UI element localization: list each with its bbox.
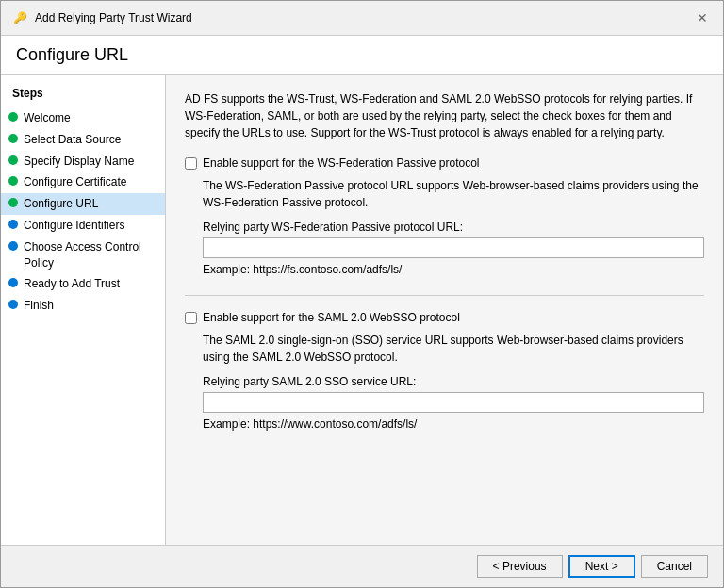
saml-checkbox-row: Enable support for the SAML 2.0 WebSSO p…	[185, 311, 704, 324]
status-dot-ready	[8, 278, 18, 287]
ws-federation-example: Example: https://fs.contoso.com/adfs/ls/	[203, 263, 704, 276]
saml-field-label: Relying party SAML 2.0 SSO service URL:	[203, 375, 704, 388]
saml-description: The SAML 2.0 single-sign-on (SSO) servic…	[203, 332, 704, 366]
sidebar-label-certificate: Configure Certificate	[24, 174, 126, 190]
page-title: Configure URL	[16, 45, 708, 65]
sidebar-item-ready-to-add[interactable]: Ready to Add Trust	[1, 273, 165, 295]
sidebar-heading: Steps	[1, 87, 165, 107]
saml-checkbox[interactable]	[185, 312, 197, 324]
sidebar-item-configure-identifiers[interactable]: Configure Identifiers	[1, 215, 165, 237]
sidebar-label-select-data: Select Data Source	[24, 132, 121, 148]
sidebar-label-display-name: Specify Display Name	[24, 154, 134, 170]
sidebar-item-configure-url[interactable]: Configure URL	[1, 193, 165, 215]
sidebar-item-welcome[interactable]: Welcome	[1, 107, 165, 129]
main-description: AD FS supports the WS-Trust, WS-Federati…	[185, 90, 704, 141]
sidebar-label-access-control: Choose Access Control Policy	[24, 239, 154, 271]
status-dot-finish	[8, 300, 18, 309]
wizard-icon: 🔑	[12, 10, 27, 25]
page-header: Configure URL	[1, 36, 723, 75]
ws-federation-checkbox-label[interactable]: Enable support for the WS-Federation Pas…	[203, 156, 479, 170]
sidebar-label-url: Configure URL	[24, 196, 98, 212]
next-button[interactable]: Next >	[568, 555, 635, 578]
title-bar-left: 🔑 Add Relying Party Trust Wizard	[12, 10, 192, 25]
ws-federation-url-input[interactable]	[203, 237, 704, 258]
sidebar: Steps Welcome Select Data Source Specify…	[1, 75, 166, 545]
footer: < Previous Next > Cancel	[1, 545, 723, 587]
title-bar: 🔑 Add Relying Party Trust Wizard ✕	[1, 1, 723, 36]
saml-section: Enable support for the SAML 2.0 WebSSO p…	[185, 311, 704, 431]
cancel-button[interactable]: Cancel	[641, 555, 708, 578]
saml-url-input[interactable]	[203, 392, 704, 413]
previous-button[interactable]: < Previous	[477, 555, 563, 578]
content-area: Steps Welcome Select Data Source Specify…	[1, 75, 723, 545]
sidebar-label-ready: Ready to Add Trust	[24, 276, 120, 292]
main-content: AD FS supports the WS-Trust, WS-Federati…	[166, 75, 723, 545]
sidebar-item-specify-display-name[interactable]: Specify Display Name	[1, 151, 165, 172]
status-dot-url	[8, 198, 18, 207]
status-dot-display-name	[8, 155, 18, 165]
sidebar-item-access-control[interactable]: Choose Access Control Policy	[1, 237, 165, 274]
status-dot-identifiers	[8, 220, 18, 229]
wizard-window: 🔑 Add Relying Party Trust Wizard ✕ Confi…	[0, 0, 724, 588]
saml-example: Example: https://www.contoso.com/adfs/ls…	[203, 417, 704, 431]
sidebar-label-identifiers: Configure Identifiers	[24, 218, 124, 234]
sidebar-item-finish[interactable]: Finish	[1, 295, 165, 317]
sidebar-label-finish: Finish	[24, 298, 54, 314]
window-title: Add Relying Party Trust Wizard	[35, 11, 192, 24]
ws-federation-description: The WS-Federation Passive protocol URL s…	[203, 177, 704, 211]
saml-checkbox-label[interactable]: Enable support for the SAML 2.0 WebSSO p…	[203, 311, 460, 324]
status-dot-access-control	[8, 241, 18, 251]
sidebar-item-select-data-source[interactable]: Select Data Source	[1, 129, 165, 151]
section-divider	[185, 295, 704, 296]
ws-federation-field-label: Relying party WS-Federation Passive prot…	[203, 220, 704, 234]
sidebar-label-welcome: Welcome	[24, 110, 71, 126]
sidebar-item-configure-certificate[interactable]: Configure Certificate	[1, 172, 165, 193]
ws-federation-checkbox-row: Enable support for the WS-Federation Pas…	[185, 156, 704, 170]
close-button[interactable]: ✕	[693, 8, 712, 27]
status-dot-select-data	[8, 134, 18, 143]
ws-federation-checkbox[interactable]	[185, 157, 197, 170]
status-dot-certificate	[8, 176, 18, 186]
status-dot-welcome	[8, 112, 18, 122]
ws-federation-section: Enable support for the WS-Federation Pas…	[185, 156, 704, 276]
